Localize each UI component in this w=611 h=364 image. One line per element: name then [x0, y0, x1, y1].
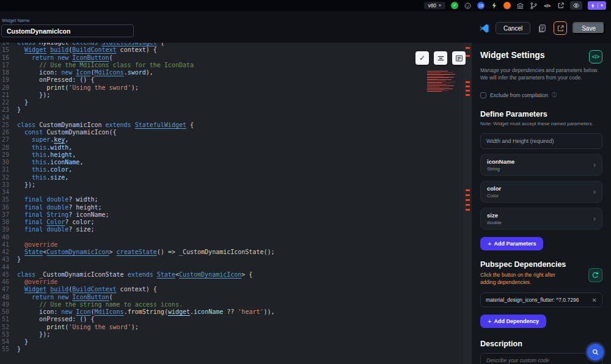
width-height-field[interactable]: Width and Height (required) [480, 133, 602, 149]
run-button[interactable]: ▼ [588, 1, 606, 10]
code-line[interactable]: 40 [0, 234, 472, 241]
add-dependency-button[interactable]: + Add Dependency [480, 315, 546, 328]
code-line[interactable]: 43} [0, 256, 472, 263]
code-text: @override [17, 241, 57, 249]
code-line[interactable]: 32 this.size, [0, 174, 472, 181]
parameter-name: iconName [487, 158, 593, 165]
code-line[interactable]: 19 onPressed: () { [0, 76, 472, 84]
check-code-button[interactable]: ✓ [415, 51, 429, 65]
code-text: class _CustomDynamicIconState extends St… [17, 271, 252, 278]
code-line[interactable]: 26 const CustomDynamicIcon({ [0, 129, 472, 136]
view-code-button[interactable]: </> [589, 50, 602, 64]
code-line[interactable]: 25class CustomDynamicIcon extends Statef… [0, 122, 472, 129]
widget-name-input[interactable] [1, 24, 134, 37]
avatar-badge[interactable] [503, 2, 511, 9]
line-number: 28 [0, 144, 17, 151]
code-line[interactable]: 36 final double? height; [0, 204, 472, 211]
refresh-dependencies-button[interactable] [588, 268, 602, 282]
code-line[interactable]: 50 icon: new Icon(MdiIcons.fromString(wi… [0, 308, 472, 316]
code-line[interactable]: 51 onPressed: () { [0, 316, 472, 323]
code-icon[interactable]: </> [543, 2, 551, 10]
code-line[interactable]: 18 icon: new Icon(MdiIcons.sword), [0, 69, 472, 76]
dependency-value: material_design_icons_flutter: ^7.0.7296 [486, 297, 588, 303]
code-line[interactable]: 37 final String? iconName; [0, 211, 472, 219]
feedback-face-icon[interactable] [464, 2, 472, 10]
minimap[interactable] [427, 71, 461, 92]
remove-dependency-icon[interactable]: ✕ [588, 297, 597, 304]
spark-icon[interactable] [490, 2, 498, 10]
parameter-type: Color [487, 193, 593, 198]
code-line[interactable]: 53 }); [0, 331, 472, 338]
line-number: 52 [0, 324, 17, 331]
code-line[interactable]: 42 State<CustomDynamicIcon> createState(… [0, 249, 472, 256]
pubspec-section: Pubspec Dependencies Click the button on… [480, 260, 602, 286]
search-code-fab[interactable] [587, 344, 604, 360]
notification-badge[interactable]: 15 [477, 2, 485, 9]
add-dependency-label: Add Dependency [494, 318, 539, 324]
dependency-input[interactable]: material_design_icons_flutter: ^7.0.7296… [480, 293, 602, 307]
code-line[interactable]: 31 this.color, [0, 166, 472, 173]
code-line[interactable]: 17 // Use the MdiIcons class for the Ico… [0, 62, 472, 69]
code-text: Widget build(BuildContext context) { [17, 46, 157, 54]
code-line[interactable]: 34 [0, 189, 472, 196]
description-input[interactable] [480, 353, 602, 364]
code-lines: 14class MyWidget extends StatelessWidget… [0, 43, 472, 354]
code-line[interactable]: 21 }); [0, 92, 472, 99]
chevron-down-icon: ▼ [438, 4, 442, 7]
code-line[interactable]: 45class _CustomDynamicIconState extends … [0, 271, 472, 278]
code-line[interactable]: 16 return new IconButton( [0, 54, 472, 62]
code-line[interactable]: 33 }); [0, 181, 472, 189]
line-number: 29 [0, 151, 17, 159]
code-line[interactable]: 55} [0, 346, 472, 353]
save-button[interactable]: Save [573, 22, 605, 34]
code-line[interactable]: 30 this.iconName, [0, 159, 472, 166]
code-line[interactable]: 28 this.width, [0, 144, 472, 151]
code-editor[interactable]: 14class MyWidget extends StatelessWidget… [0, 43, 472, 364]
code-text: } [17, 106, 21, 114]
preview-eye-button[interactable] [570, 1, 582, 10]
vscode-icon-button[interactable] [478, 22, 490, 34]
marketplace-bank-icon[interactable] [516, 2, 524, 10]
code-line[interactable]: 20 print('Using the sword'); [0, 84, 472, 92]
publish-button[interactable] [554, 21, 567, 35]
code-line[interactable]: 39 final double? size; [0, 226, 472, 233]
code-line[interactable]: 23} [0, 106, 472, 114]
branch-icon[interactable] [530, 2, 538, 10]
line-number: 24 [0, 114, 17, 122]
code-text: print('Using the sword'); [17, 84, 139, 92]
code-line[interactable]: 54 } [0, 338, 472, 346]
code-line[interactable]: 41 @override [0, 241, 472, 249]
parameter-card-size[interactable]: size double › [480, 208, 602, 230]
code-line[interactable]: 47 Widget build(BuildContext context) { [0, 286, 472, 293]
error-mark [466, 47, 470, 49]
code-line[interactable]: 49 // Use the string name to access icon… [0, 301, 472, 308]
line-number: 16 [0, 54, 17, 62]
parameter-card-color[interactable]: color Color › [480, 181, 602, 203]
code-line[interactable]: 15 Widget build(BuildContext context) { [0, 46, 472, 54]
scrollbar-annotations[interactable] [463, 43, 472, 364]
code-line[interactable]: 38 final Color? color; [0, 219, 472, 226]
copy-code-icon-button[interactable] [536, 22, 548, 34]
code-line[interactable]: 24 [0, 114, 472, 122]
error-mark [466, 209, 470, 211]
code-line[interactable]: 35 final double? width; [0, 196, 472, 203]
code-text: const CustomDynamicIcon({ [17, 129, 117, 136]
add-parameters-button[interactable]: + Add Parameters [480, 237, 543, 250]
info-icon[interactable]: ⓘ [552, 92, 557, 98]
checkbox-icon [480, 92, 486, 98]
code-line[interactable]: 44 [0, 264, 472, 271]
code-line[interactable]: 52 print('Using the sword'); [0, 324, 472, 331]
version-selector[interactable]: v80 ▼ [424, 2, 445, 9]
compile-status-check-icon[interactable]: ✓ [451, 2, 458, 9]
open-in-new-icon[interactable] [557, 2, 565, 10]
code-line[interactable]: 48 return new IconButton( [0, 294, 472, 301]
cancel-button[interactable]: Cancel [496, 22, 530, 34]
line-number: 15 [0, 46, 17, 54]
parameter-card-iconname[interactable]: iconName String › [480, 154, 602, 176]
code-line[interactable]: 29 this.height, [0, 151, 472, 159]
exclude-compilation-checkbox[interactable]: Exclude from compilation ⓘ [480, 92, 602, 98]
code-line[interactable]: 46 @override [0, 278, 472, 286]
code-line[interactable]: 27 super.key, [0, 136, 472, 144]
code-line[interactable]: 22 } [0, 99, 472, 106]
format-code-button[interactable] [434, 51, 447, 65]
